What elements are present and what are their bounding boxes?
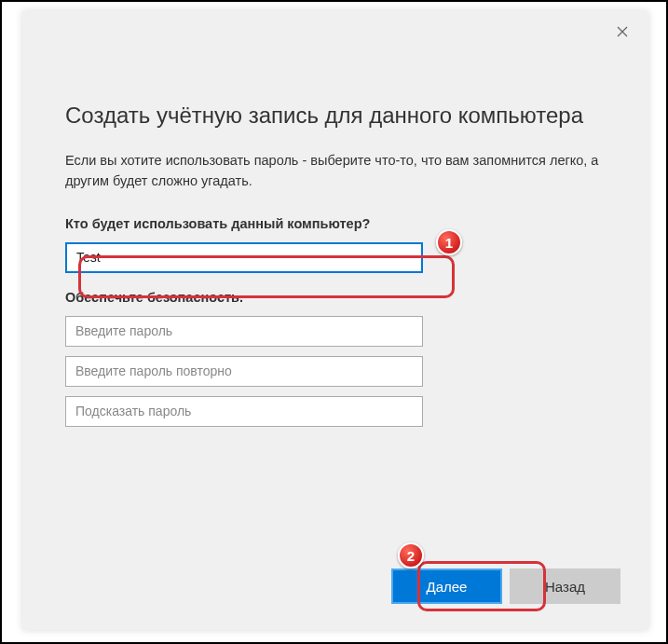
close-button[interactable] xyxy=(609,19,635,45)
annotation-badge-2: 2 xyxy=(398,542,424,569)
security-label: Обеспечьте безопасность. xyxy=(65,290,606,305)
security-group xyxy=(65,316,606,427)
dialog-content: Создать учётную запись для данного компь… xyxy=(22,11,648,427)
password-hint-input[interactable] xyxy=(65,396,423,427)
password-confirm-input[interactable] xyxy=(65,356,423,387)
close-icon xyxy=(617,26,628,37)
username-wrap xyxy=(65,242,606,273)
page-title: Создать учётную запись для данного компь… xyxy=(65,103,606,129)
username-label: Кто будет использовать данный компьютер? xyxy=(65,216,606,231)
back-button[interactable]: Назад xyxy=(510,569,620,604)
page-subtitle: Если вы хотите использовать пароль - выб… xyxy=(65,151,606,192)
dialog-window: Создать учётную запись для данного компь… xyxy=(22,11,648,630)
dialog-footer: Далее Назад xyxy=(391,569,620,604)
next-button[interactable]: Далее xyxy=(391,569,502,604)
password-input[interactable] xyxy=(65,316,423,347)
username-input[interactable] xyxy=(65,242,423,273)
